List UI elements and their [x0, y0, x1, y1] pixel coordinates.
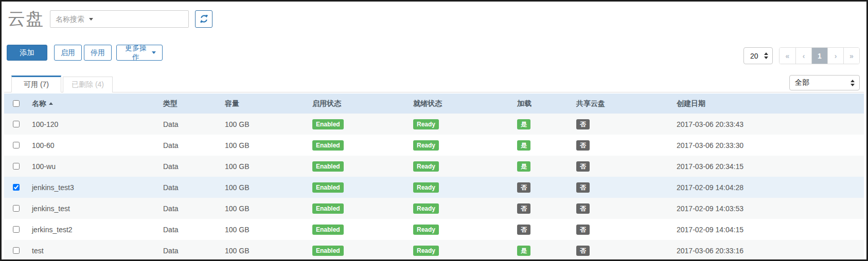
- row-checkbox[interactable]: [13, 226, 20, 233]
- filter-wrap: 全部: [789, 75, 860, 90]
- table-header-row: 名称 类型 容量 启用状态 就绪状态 加载 共享云盘 创建日期: [4, 94, 864, 114]
- ready-status-badge: Ready: [413, 161, 439, 172]
- table-row[interactable]: 100-120 Data 100 GB Enabled Ready 是 否 20…: [4, 114, 864, 135]
- attached-badge: 是: [517, 140, 530, 151]
- search-input[interactable]: [50, 10, 189, 28]
- ready-status-badge: Ready: [413, 119, 439, 129]
- table-row-selected[interactable]: jenkins_test3 Data 100 GB Enabled Ready …: [4, 177, 864, 198]
- pagination-last-button[interactable]: »: [843, 48, 859, 64]
- disk-type: Data: [159, 183, 221, 192]
- row-checkbox[interactable]: [13, 247, 20, 254]
- refresh-button[interactable]: [195, 10, 212, 28]
- table-row[interactable]: 100-60 Data 100 GB Enabled Ready 是 否 201…: [4, 135, 864, 156]
- disk-type: Data: [159, 247, 221, 255]
- tabs-row: 可用 (7) 已删除 (4) 全部: [4, 75, 864, 92]
- disk-capacity: 100 GB: [221, 162, 308, 171]
- shared-badge: 否: [576, 246, 590, 256]
- attached-badge: 否: [517, 182, 530, 193]
- disk-type: Data: [159, 162, 221, 171]
- disk-capacity: 100 GB: [221, 204, 308, 213]
- header-created: 创建日期: [672, 99, 864, 108]
- disk-capacity: 100 GB: [221, 226, 308, 234]
- tab-deleted[interactable]: 已删除 (4): [63, 77, 113, 92]
- ready-status-badge: Ready: [413, 246, 439, 256]
- row-checkbox[interactable]: [13, 163, 20, 170]
- page-size-value: 20: [750, 52, 758, 60]
- disable-button[interactable]: 停用: [84, 45, 112, 61]
- shared-badge: 否: [576, 161, 590, 172]
- more-actions-label: 更多操作: [123, 44, 149, 62]
- disk-type: Data: [159, 204, 221, 213]
- created-date: 2017-02-09 14:03:53: [672, 204, 864, 213]
- select-all-checkbox[interactable]: [13, 100, 20, 107]
- row-checkbox[interactable]: [13, 184, 20, 191]
- search-wrap: [50, 10, 189, 28]
- ready-status-badge: Ready: [413, 182, 439, 193]
- row-checkbox[interactable]: [13, 121, 20, 127]
- filter-selected-value: 全部: [795, 78, 809, 87]
- search-field-caret-icon[interactable]: [89, 18, 93, 21]
- disk-name: 100-120: [28, 120, 159, 128]
- disk-table: 名称 类型 容量 启用状态 就绪状态 加载 共享云盘 创建日期 100-120 …: [4, 94, 864, 261]
- table-row[interactable]: jerkins_test2 Data 100 GB Enabled Ready …: [4, 219, 864, 240]
- page-size-select[interactable]: 20: [743, 47, 773, 64]
- toolbar: 添加 启用 停用 更多操作 20 « ‹ 1 › »: [4, 45, 864, 65]
- row-checkbox[interactable]: [13, 142, 20, 148]
- disk-name: jerkins_test2: [28, 226, 159, 234]
- header-name-label: 名称: [32, 99, 46, 107]
- pagination-next-button[interactable]: ›: [827, 48, 843, 64]
- select-all-cell: [4, 100, 28, 107]
- select-stepper-icon: [764, 52, 768, 59]
- pagination-first-button[interactable]: «: [780, 48, 795, 64]
- page-title: 云盘: [8, 7, 44, 31]
- disk-name: test: [28, 247, 159, 255]
- pagination-current-page[interactable]: 1: [811, 48, 827, 64]
- header-name[interactable]: 名称: [28, 99, 159, 108]
- ready-status-badge: Ready: [413, 140, 439, 151]
- shared-badge: 否: [576, 203, 590, 214]
- enable-status-badge: Enabled: [312, 161, 344, 172]
- disk-capacity: 100 GB: [221, 247, 308, 255]
- more-actions-button[interactable]: 更多操作: [116, 45, 163, 61]
- pagination-prev-button[interactable]: ‹: [795, 48, 811, 64]
- tab-available[interactable]: 可用 (7): [11, 76, 61, 92]
- attached-badge: 是: [517, 161, 530, 172]
- row-checkbox[interactable]: [13, 205, 20, 212]
- attached-badge: 否: [517, 203, 530, 214]
- header-type: 类型: [159, 99, 221, 108]
- created-date: 2017-03-06 20:33:16: [672, 247, 864, 255]
- disk-name: jenkins_test: [28, 204, 159, 213]
- shared-badge: 否: [576, 182, 590, 193]
- select-stepper-icon: [851, 80, 855, 86]
- disk-type: Data: [159, 120, 221, 128]
- header-enable-status: 启用状态: [308, 99, 409, 108]
- disk-name: jenkins_test3: [28, 183, 159, 192]
- header-capacity: 容量: [221, 99, 308, 108]
- ready-status-badge: Ready: [413, 203, 439, 214]
- disk-capacity: 100 GB: [221, 183, 308, 192]
- created-date: 2017-03-06 20:33:30: [672, 141, 864, 150]
- chevron-down-icon: [152, 51, 156, 54]
- disk-capacity: 100 GB: [221, 120, 308, 128]
- filter-select[interactable]: 全部: [789, 75, 860, 90]
- toolbar-right: 20 « ‹ 1 › »: [743, 47, 860, 64]
- created-date: 2017-03-06 20:33:43: [672, 120, 864, 128]
- table-row[interactable]: jenkins_test Data 100 GB Enabled Ready 否…: [4, 198, 864, 219]
- disk-name: 100-wu: [28, 162, 159, 171]
- header-shared: 共享云盘: [572, 99, 672, 108]
- attached-badge: 否: [517, 225, 530, 235]
- header-attached: 加载: [513, 99, 572, 108]
- enable-status-badge: Enabled: [312, 140, 344, 151]
- table-row[interactable]: 100-wu Data 100 GB Enabled Ready 是 否 201…: [4, 156, 864, 177]
- add-button[interactable]: 添加: [7, 45, 47, 61]
- enable-status-badge: Enabled: [312, 203, 344, 214]
- sort-asc-icon: [49, 102, 53, 105]
- enable-button[interactable]: 启用: [54, 45, 82, 61]
- ready-status-badge: Ready: [413, 225, 439, 235]
- created-date: 2017-02-09 14:04:15: [672, 226, 864, 234]
- table-row[interactable]: test Data 100 GB Enabled Ready 是 否 2017-…: [4, 240, 864, 261]
- created-date: 2017-02-09 14:04:28: [672, 183, 864, 192]
- enable-status-badge: Enabled: [312, 119, 344, 129]
- pagination: « ‹ 1 › »: [779, 47, 860, 64]
- refresh-icon: [200, 14, 208, 23]
